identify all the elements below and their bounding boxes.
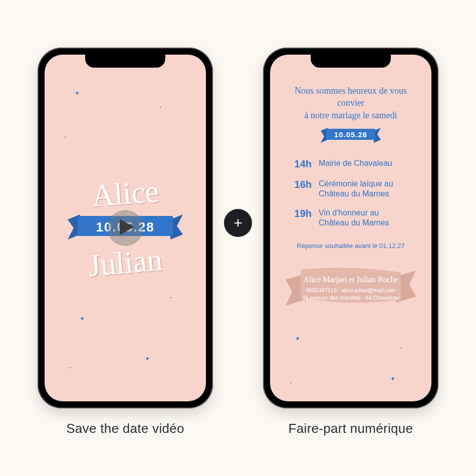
schedule-time: 16h	[291, 179, 312, 199]
address-line: 34 avenue des marelles - 64 Chavaleau	[302, 294, 399, 302]
schedule-desc: Cérémonie laïque au Château du Marnes	[319, 179, 411, 199]
wedding-date: 10.05.28	[334, 130, 367, 139]
play-button[interactable]	[107, 210, 143, 246]
phone-screen: ✦ • • ✦ • ✦ • Alice 10.05.28 Julian	[45, 55, 206, 401]
phone-screen: ✦ • ✦ • Nous sommes heureux de vous conv…	[270, 55, 431, 401]
schedule-time: 19h	[291, 208, 312, 228]
schedule-item: 14h Mairie de Chavaleau	[291, 158, 411, 170]
bride-name: Alice	[91, 175, 160, 211]
contact-line: 0655397115 - alice-julian@mail.com	[306, 287, 395, 295]
schedule-item: 16h Cérémonie laïque au Château du Marne…	[291, 179, 411, 199]
groom-name: Julian	[87, 244, 164, 282]
schedule-desc: Vin d'honneur au Château du Marnes	[319, 208, 411, 228]
contact-ribbon: Alice Marjari et Julian Roche 0655397115…	[283, 265, 418, 312]
product-comparison-image: ✦ • • ✦ • ✦ • Alice 10.05.28 Julian	[0, 0, 476, 476]
faire-part-content: Nous sommes heureux de vous convier à no…	[270, 55, 431, 401]
schedule-item: 19h Vin d'honneur au Château du Marnes	[291, 208, 411, 228]
phone-mockup-save-the-date: ✦ • • ✦ • ✦ • Alice 10.05.28 Julian	[38, 48, 213, 408]
intro-line: Nous sommes heureux de vous convier	[286, 85, 416, 109]
caption-save-the-date: Save the date vidéo	[25, 421, 225, 436]
invitation-intro: Nous sommes heureux de vous convier à no…	[286, 85, 416, 121]
schedule-time: 14h	[291, 158, 312, 170]
schedule-desc: Mairie de Chavaleau	[319, 158, 392, 170]
play-icon	[117, 219, 134, 237]
contact-text: Alice Marjari et Julian Roche 0655397115…	[283, 265, 418, 312]
date-ribbon-small: 10.05.28	[321, 126, 381, 143]
schedule-list: 14h Mairie de Chavaleau 16h Cérémonie la…	[291, 158, 411, 237]
plus-icon: +	[233, 214, 243, 231]
phone-mockup-faire-part: ✦ • ✦ • Nous sommes heureux de vous conv…	[263, 48, 438, 408]
caption-faire-part: Faire-part numérique	[251, 421, 451, 436]
rsvp-note: Réponse souhaitée avant le 01.12.27	[297, 242, 404, 250]
svg-marker-3	[120, 219, 134, 235]
phone-notch	[311, 55, 391, 68]
phone-notch	[85, 55, 165, 68]
couple-full-names: Alice Marjari et Julian Roche	[303, 274, 398, 285]
plus-badge: +	[224, 209, 252, 237]
intro-line: à notre mariage le samedi	[286, 109, 416, 121]
